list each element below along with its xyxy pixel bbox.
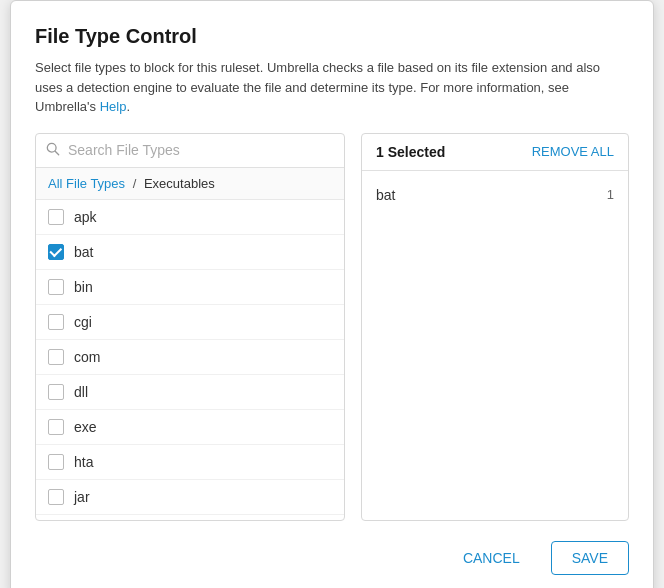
file-item[interactable]: jar — [36, 480, 344, 515]
selected-items-list: bat1 — [362, 171, 628, 520]
checkbox-dll[interactable] — [48, 384, 64, 400]
footer: CANCEL SAVE — [35, 537, 629, 575]
selected-header: 1 Selected REMOVE ALL — [362, 134, 628, 171]
file-item[interactable]: dll — [36, 375, 344, 410]
file-item[interactable]: bat — [36, 235, 344, 270]
file-item[interactable]: apk — [36, 200, 344, 235]
file-label-dll: dll — [74, 384, 88, 400]
search-box — [36, 134, 344, 168]
breadcrumb-current: Executables — [144, 176, 215, 191]
checkbox-bin[interactable] — [48, 279, 64, 295]
search-icon — [46, 142, 60, 159]
checkbox-bat[interactable] — [48, 244, 64, 260]
breadcrumb-separator: / — [133, 176, 137, 191]
checkbox-cgi[interactable] — [48, 314, 64, 330]
selected-item: bat1 — [362, 179, 628, 211]
search-input[interactable] — [68, 142, 334, 158]
file-label-hta: hta — [74, 454, 93, 470]
file-label-com: com — [74, 349, 100, 365]
file-item[interactable]: js — [36, 515, 344, 520]
file-item[interactable]: hta — [36, 445, 344, 480]
remove-all-button[interactable]: REMOVE ALL — [532, 144, 614, 159]
left-panel: All File Types / Executables apkbatbincg… — [35, 133, 345, 521]
file-item[interactable]: cgi — [36, 305, 344, 340]
checkbox-exe[interactable] — [48, 419, 64, 435]
modal-description: Select file types to block for this rule… — [35, 58, 629, 117]
checkbox-hta[interactable] — [48, 454, 64, 470]
file-label-bin: bin — [74, 279, 93, 295]
file-item[interactable]: com — [36, 340, 344, 375]
file-label-jar: jar — [74, 489, 90, 505]
modal-title: File Type Control — [35, 25, 629, 48]
file-item[interactable]: bin — [36, 270, 344, 305]
file-type-control-modal: File Type Control Select file types to b… — [10, 0, 654, 588]
right-panel: 1 Selected REMOVE ALL bat1 — [361, 133, 629, 521]
svg-line-1 — [55, 151, 59, 155]
help-link[interactable]: Help — [100, 99, 127, 114]
file-label-apk: apk — [74, 209, 97, 225]
selected-count: 1 Selected — [376, 144, 445, 160]
file-list: apkbatbincgicomdllexehtajarjs — [36, 200, 344, 520]
breadcrumb-link[interactable]: All File Types — [48, 176, 125, 191]
content-area: All File Types / Executables apkbatbincg… — [35, 133, 629, 521]
selected-item-label: bat — [376, 187, 395, 203]
selected-item-count: 1 — [607, 187, 614, 202]
save-button[interactable]: SAVE — [551, 541, 629, 575]
file-label-exe: exe — [74, 419, 97, 435]
file-label-bat: bat — [74, 244, 93, 260]
checkbox-apk[interactable] — [48, 209, 64, 225]
file-item[interactable]: exe — [36, 410, 344, 445]
checkbox-com[interactable] — [48, 349, 64, 365]
breadcrumb: All File Types / Executables — [36, 168, 344, 200]
cancel-button[interactable]: CANCEL — [442, 541, 541, 575]
checkbox-jar[interactable] — [48, 489, 64, 505]
file-label-cgi: cgi — [74, 314, 92, 330]
